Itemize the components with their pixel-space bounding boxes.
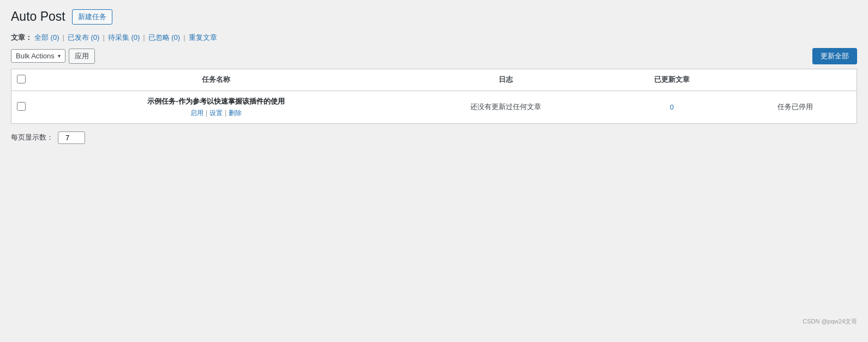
task-settings-link[interactable]: 设置 xyxy=(209,109,223,118)
updated-count: 0 xyxy=(670,103,674,111)
table-row: 示例任务-作为参考以快速掌握该插件的使用 启用 | 设置 | 删除 还没有更新过… xyxy=(11,91,857,123)
log-text: 还没有更新过任何文章 xyxy=(470,103,541,111)
tasks-table: 任务名称 日志 已更新文章 示例任务-作为参考以快速掌握该插件的使用 启用 xyxy=(11,69,857,123)
task-name: 示例任务-作为参考以快速掌握该插件的使用 xyxy=(39,97,393,106)
toolbar: Bulk Actions ▾ 应用 更新全部 xyxy=(11,48,857,64)
filter-published[interactable]: 已发布 (0) xyxy=(68,33,100,43)
row-status-cell: 任务已停用 xyxy=(733,91,857,123)
filter-sep-4: | xyxy=(183,33,185,41)
header-log: 日志 xyxy=(401,69,610,91)
task-actions: 启用 | 设置 | 删除 xyxy=(39,109,393,118)
filter-sep-2: | xyxy=(103,33,104,41)
bulk-actions-dropdown[interactable]: Bulk Actions ▾ xyxy=(11,49,65,63)
page-title: Auto Post xyxy=(11,9,65,25)
table-header-row: 任务名称 日志 已更新文章 xyxy=(11,69,857,91)
row-checkbox[interactable] xyxy=(17,102,26,111)
header-status xyxy=(733,69,857,91)
new-task-button[interactable]: 新建任务 xyxy=(72,9,112,25)
task-status: 任务已停用 xyxy=(777,103,813,111)
task-delete-link[interactable]: 删除 xyxy=(229,109,242,118)
filter-ignored[interactable]: 已忽略 (0) xyxy=(148,33,181,43)
page-header: Auto Post 新建任务 xyxy=(11,9,857,25)
tasks-table-wrapper: 任务名称 日志 已更新文章 示例任务-作为参考以快速掌握该插件的使用 启用 xyxy=(11,69,857,124)
page-wrapper: Auto Post 新建任务 文章： 全部 (0) | 已发布 (0) | 待采… xyxy=(0,0,868,342)
update-all-button[interactable]: 更新全部 xyxy=(812,48,857,64)
header-updated-articles: 已更新文章 xyxy=(610,69,734,91)
row-updated-count-cell: 0 xyxy=(610,91,734,123)
apply-button[interactable]: 应用 xyxy=(69,49,95,64)
header-task-name: 任务名称 xyxy=(31,69,401,91)
task-enable-link[interactable]: 启用 xyxy=(190,109,203,118)
filter-sep-3: | xyxy=(143,33,145,41)
bulk-actions-label: Bulk Actions xyxy=(16,52,55,60)
filter-sep-1: | xyxy=(63,33,64,41)
row-log-cell: 还没有更新过任何文章 xyxy=(401,91,610,123)
filter-all[interactable]: 全部 (0) xyxy=(34,33,59,43)
filter-bar: 文章： 全部 (0) | 已发布 (0) | 待采集 (0) | 已忽略 (0)… xyxy=(11,33,857,43)
per-page-label: 每页显示数： xyxy=(11,133,53,142)
row-checkbox-cell xyxy=(11,91,31,123)
per-page-input[interactable] xyxy=(58,131,85,144)
header-checkbox-cell xyxy=(11,69,31,91)
filter-label: 文章： xyxy=(11,33,32,43)
filter-duplicate[interactable]: 重复文章 xyxy=(189,33,217,43)
toolbar-left: Bulk Actions ▾ 应用 xyxy=(11,49,95,64)
select-all-checkbox[interactable] xyxy=(17,75,26,83)
filter-pending[interactable]: 待采集 (0) xyxy=(108,33,140,43)
action-sep-2: | xyxy=(225,109,226,118)
per-page-section: 每页显示数： xyxy=(11,131,857,144)
row-task-name-cell: 示例任务-作为参考以快速掌握该插件的使用 启用 | 设置 | 删除 xyxy=(31,91,401,123)
action-sep-1: | xyxy=(206,109,207,118)
chevron-down-icon: ▾ xyxy=(58,53,61,59)
